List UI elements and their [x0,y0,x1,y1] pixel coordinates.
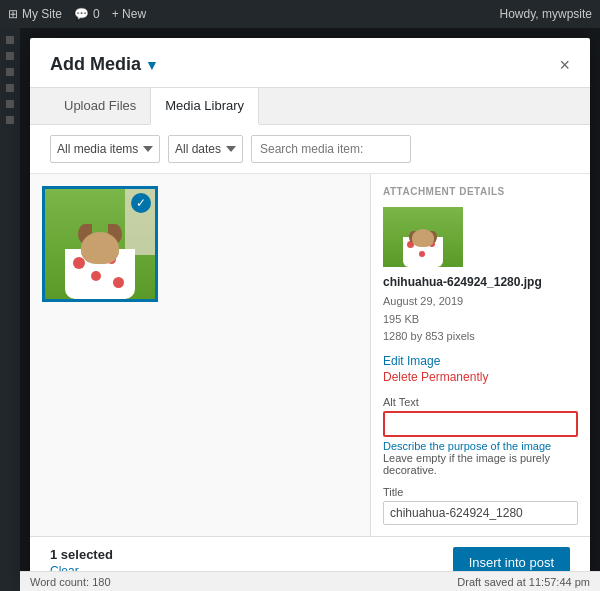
title-label: Title [383,486,578,498]
sidebar-dot [6,100,14,108]
title-row: Title [383,486,578,525]
attachment-dimensions: 1280 by 853 pixels [383,330,475,342]
media-item[interactable]: ✓ [42,186,158,302]
media-type-filter[interactable]: All media items [50,135,160,163]
comment-count: 0 [93,7,100,21]
word-count: Word count: 180 [30,576,111,588]
media-grid: ✓ [30,174,370,536]
modal-toolbar: All media items All dates [30,125,590,174]
site-name: My Site [22,7,62,21]
tab-media-library[interactable]: Media Library [150,88,259,125]
modal-title-text: Add Media [50,54,141,75]
attachment-meta: August 29, 2019 195 KB 1280 by 853 pixel… [383,293,578,346]
attachment-thumbnail [383,207,463,267]
alt-text-hint: Describe the purpose of the image Leave … [383,440,578,476]
wp-sidebar [0,28,20,591]
modal-header: Add Media ▼ × [30,38,590,88]
modal-overlay: Add Media ▼ × Upload Files Media Library… [20,28,600,571]
new-label: + New [112,7,146,21]
title-arrow-icon: ▼ [145,57,159,73]
title-input[interactable] [383,501,578,525]
alt-text-input[interactable] [383,411,578,437]
media-selected-check: ✓ [131,193,151,213]
date-filter[interactable]: All dates [168,135,243,163]
sidebar-dot [6,68,14,76]
modal-tabs: Upload Files Media Library [30,88,590,125]
sidebar-dot [6,36,14,44]
admin-bar: ⊞ My Site 💬 0 + New Howdy, mywpsite [0,0,600,28]
attachment-filesize: 195 KB [383,313,419,325]
modal-title: Add Media ▼ [50,54,159,75]
attachment-date: August 29, 2019 [383,295,463,307]
admin-bar-comments[interactable]: 💬 0 [74,7,100,21]
edit-image-link[interactable]: Edit Image [383,354,578,368]
alt-text-hint-link[interactable]: Describe the purpose of the image [383,440,551,452]
sidebar-dot [6,52,14,60]
modal-close-button[interactable]: × [559,56,570,74]
attachment-section-label: ATTACHMENT DETAILS [383,186,578,197]
search-media-input[interactable] [251,135,411,163]
modal-body: ✓ ATTACHMENT DETAILS [30,174,590,536]
draft-saved: Draft saved at 11:57:44 pm [457,576,590,588]
delete-permanently-link[interactable]: Delete Permanently [383,370,578,384]
admin-bar-site[interactable]: ⊞ My Site [8,7,62,21]
comment-icon: 💬 [74,7,89,21]
alt-text-hint-text: Leave empty if the image is purely decor… [383,452,550,476]
sidebar-dot [6,116,14,124]
alt-text-row: Alt Text Describe the purpose of the ima… [383,396,578,476]
selected-count: 1 selected [50,547,113,562]
wp-icon: ⊞ [8,7,18,21]
alt-text-label: Alt Text [383,396,578,408]
add-media-modal: Add Media ▼ × Upload Files Media Library… [30,38,590,588]
admin-bar-howdy: Howdy, mywpsite [500,7,592,21]
sidebar-dot [6,84,14,92]
admin-bar-new[interactable]: + New [112,7,146,21]
status-bar: Word count: 180 Draft saved at 11:57:44 … [20,571,600,591]
attachment-filename: chihuahua-624924_1280.jpg [383,275,578,289]
tab-upload-files[interactable]: Upload Files [50,88,150,125]
attachment-panel: ATTACHMENT DETAILS chihuahu [370,174,590,536]
